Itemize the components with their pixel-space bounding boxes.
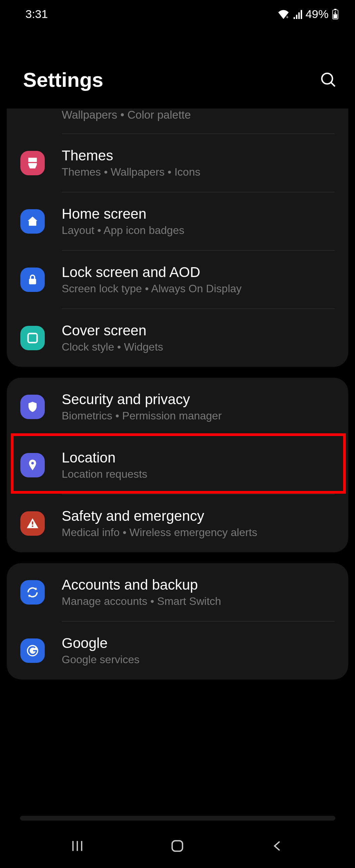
settings-group: Wallpapers • Color palette Themes Themes… <box>7 108 348 367</box>
item-subtitle: Biometrics • Permission manager <box>62 410 335 422</box>
svg-rect-6 <box>29 279 36 284</box>
item-subtitle: Layout • App icon badges <box>62 224 335 237</box>
svg-rect-9 <box>32 521 33 524</box>
item-title: Accounts and backup <box>62 577 335 593</box>
item-title: Security and privacy <box>62 391 335 408</box>
settings-group: Accounts and backup Manage accounts • Sm… <box>7 563 348 679</box>
item-subtitle: Screen lock type • Always On Display <box>62 282 335 295</box>
settings-group: Security and privacy Biometrics • Permis… <box>7 378 348 552</box>
list-item-security-privacy[interactable]: Security and privacy Biometrics • Permis… <box>7 378 348 436</box>
status-right: + 49% <box>278 7 339 21</box>
svg-rect-7 <box>28 333 37 342</box>
list-item-themes[interactable]: Themes Themes • Wallpapers • Icons <box>7 134 348 192</box>
item-subtitle: Manage accounts • Smart Switch <box>62 595 335 608</box>
sync-icon <box>20 580 45 605</box>
wallpaper-icon <box>20 111 45 119</box>
svg-point-8 <box>31 462 34 465</box>
battery-percent: 49% <box>305 7 329 21</box>
home-button[interactable] <box>167 836 188 856</box>
status-time: 3:31 <box>25 7 48 21</box>
svg-line-5 <box>331 82 335 86</box>
item-title: Safety and emergency <box>62 508 335 524</box>
list-item-accounts-backup[interactable]: Accounts and backup Manage accounts • Sm… <box>7 563 348 621</box>
header: Settings <box>0 27 355 108</box>
pin-icon <box>20 453 45 477</box>
status-bar: 3:31 + 49% <box>0 0 355 27</box>
signal-icon <box>293 9 302 19</box>
item-subtitle: Clock style • Widgets <box>62 341 335 353</box>
item-subtitle: Themes • Wallpapers • Icons <box>62 166 335 178</box>
list-item-home-screen[interactable]: Home screen Layout • App icon badges <box>7 192 348 250</box>
settings-list: Wallpapers • Color palette Themes Themes… <box>0 108 355 679</box>
list-item-google[interactable]: Google Google services <box>7 622 348 679</box>
wifi-icon: + <box>278 9 289 19</box>
brush-icon <box>20 151 45 175</box>
google-icon <box>20 638 45 663</box>
item-subtitle: Google services <box>62 653 335 666</box>
lock-icon <box>20 268 45 292</box>
cover-icon <box>20 326 45 350</box>
svg-point-4 <box>322 73 332 84</box>
item-subtitle: Location requests <box>62 468 335 480</box>
alert-icon <box>20 511 45 536</box>
item-title: Location <box>62 450 335 466</box>
item-subtitle: Wallpapers • Color palette <box>62 108 191 121</box>
list-item-location[interactable]: Location Location requests <box>7 436 348 494</box>
page-title: Settings <box>23 68 103 92</box>
battery-icon <box>332 9 339 20</box>
svg-rect-14 <box>172 841 183 851</box>
shield-icon <box>20 395 45 419</box>
item-title: Lock screen and AOD <box>62 264 335 280</box>
list-item-partial[interactable]: Wallpapers • Color palette <box>7 108 348 134</box>
item-title: Themes <box>62 147 335 164</box>
svg-text:+: + <box>286 14 289 19</box>
item-title: Home screen <box>62 206 335 222</box>
navigation-bar <box>0 824 355 868</box>
list-item-cover-screen[interactable]: Cover screen Clock style • Widgets <box>7 309 348 367</box>
list-item-lock-screen[interactable]: Lock screen and AOD Screen lock type • A… <box>7 251 348 309</box>
item-title: Google <box>62 635 335 651</box>
svg-rect-2 <box>334 9 336 10</box>
item-title: Cover screen <box>62 322 335 339</box>
scroll-indicator <box>20 816 335 821</box>
search-button[interactable] <box>320 71 337 89</box>
list-item-safety-emergency[interactable]: Safety and emergency Medical info • Wire… <box>7 494 348 552</box>
back-button[interactable] <box>268 836 288 856</box>
svg-point-10 <box>32 525 34 527</box>
home-icon <box>20 209 45 234</box>
recents-button[interactable] <box>67 836 87 856</box>
item-subtitle: Medical info • Wireless emergency alerts <box>62 526 335 539</box>
